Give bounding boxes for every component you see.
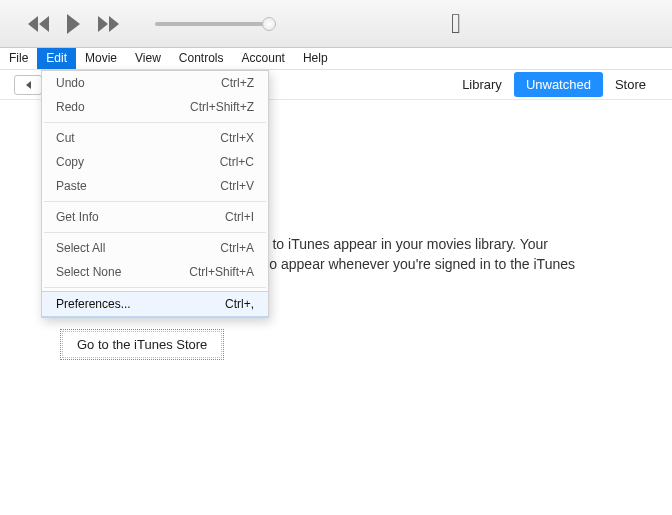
view-tabs: LibraryUnwatchedStore <box>450 72 672 97</box>
play-controls <box>0 14 270 34</box>
menu-controls[interactable]: Controls <box>170 48 233 69</box>
tab-store[interactable]: Store <box>603 72 658 97</box>
back-button[interactable] <box>14 75 42 95</box>
menu-item-label: Copy <box>56 155 84 169</box>
rewind-icon[interactable] <box>28 16 49 32</box>
menu-item-label: Preferences... <box>56 297 131 311</box>
fast-forward-icon[interactable] <box>98 16 119 32</box>
menu-item-shortcut: Ctrl+, <box>225 297 254 311</box>
menu-movie[interactable]: Movie <box>76 48 126 69</box>
menu-edit[interactable]: Edit <box>37 48 76 69</box>
menu-item-label: Paste <box>56 179 87 193</box>
menu-bar: FileEditMovieViewControlsAccountHelp <box>0 48 672 70</box>
menu-separator <box>44 201 266 202</box>
menu-item-undo[interactable]: UndoCtrl+Z <box>42 71 268 95</box>
menu-item-label: Select None <box>56 265 121 279</box>
menu-item-shortcut: Ctrl+V <box>220 179 254 193</box>
menu-item-copy[interactable]: CopyCtrl+C <box>42 150 268 174</box>
menu-separator <box>44 287 266 288</box>
menu-item-cut[interactable]: CutCtrl+X <box>42 126 268 150</box>
tab-library[interactable]: Library <box>450 72 514 97</box>
volume-slider[interactable] <box>155 22 270 26</box>
go-to-store-button[interactable]: Go to the iTunes Store <box>60 329 224 360</box>
menu-item-label: Redo <box>56 100 85 114</box>
menu-item-shortcut: Ctrl+Shift+Z <box>190 100 254 114</box>
menu-help[interactable]: Help <box>294 48 337 69</box>
menu-item-shortcut: Ctrl+Z <box>221 76 254 90</box>
menu-item-paste[interactable]: PasteCtrl+V <box>42 174 268 198</box>
menu-separator <box>44 122 266 123</box>
menu-item-select-none[interactable]: Select NoneCtrl+Shift+A <box>42 260 268 284</box>
menu-item-shortcut: Ctrl+I <box>225 210 254 224</box>
menu-item-redo[interactable]: RedoCtrl+Shift+Z <box>42 95 268 119</box>
menu-separator <box>44 232 266 233</box>
menu-item-shortcut: Ctrl+Shift+A <box>189 265 254 279</box>
menu-item-get-info[interactable]: Get InfoCtrl+I <box>42 205 268 229</box>
menu-item-label: Get Info <box>56 210 99 224</box>
menu-item-shortcut: Ctrl+X <box>220 131 254 145</box>
menu-item-label: Undo <box>56 76 85 90</box>
menu-item-shortcut: Ctrl+A <box>220 241 254 255</box>
menu-item-preferences[interactable]: Preferences...Ctrl+, <box>42 291 268 317</box>
tab-unwatched[interactable]: Unwatched <box>514 72 603 97</box>
chevron-left-icon <box>26 81 31 89</box>
apple-logo-icon:  <box>451 8 461 40</box>
volume-thumb[interactable] <box>262 17 276 31</box>
edit-menu-dropdown: UndoCtrl+ZRedoCtrl+Shift+ZCutCtrl+XCopyC… <box>41 70 269 318</box>
playback-bar:  <box>0 0 672 48</box>
play-icon[interactable] <box>67 14 80 34</box>
menu-account[interactable]: Account <box>233 48 294 69</box>
menu-item-label: Cut <box>56 131 75 145</box>
menu-view[interactable]: View <box>126 48 170 69</box>
menu-item-select-all[interactable]: Select AllCtrl+A <box>42 236 268 260</box>
menu-item-shortcut: Ctrl+C <box>220 155 254 169</box>
menu-item-label: Select All <box>56 241 105 255</box>
menu-file[interactable]: File <box>0 48 37 69</box>
